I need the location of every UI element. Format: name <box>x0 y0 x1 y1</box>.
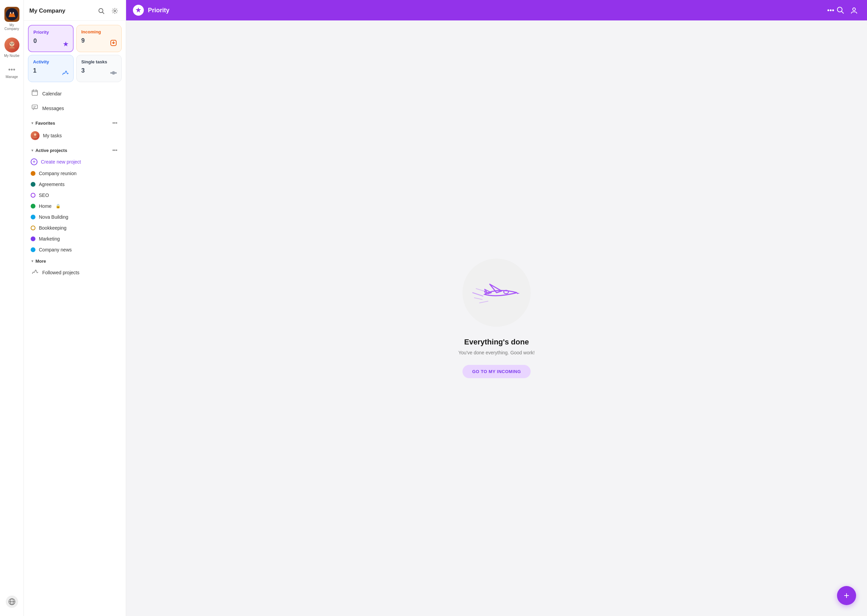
active-projects-chevron-icon: ▼ <box>31 149 34 152</box>
my-tasks-avatar <box>31 131 39 140</box>
home-lock-icon: 🔒 <box>55 204 61 209</box>
sidebar-search-button[interactable] <box>96 5 107 16</box>
header-user-icon <box>850 6 858 14</box>
svg-point-23 <box>34 134 36 136</box>
svg-line-28 <box>473 293 483 296</box>
more-section-header[interactable]: ▼ More <box>28 255 122 265</box>
main-content: Priority ••• <box>126 0 867 616</box>
calendar-icon <box>31 89 39 98</box>
home-label: Home <box>39 203 52 209</box>
sidebar-item-my-tasks[interactable]: My tasks <box>28 129 122 143</box>
incoming-card[interactable]: Incoming 9 <box>76 25 122 52</box>
single-tasks-card-title: Single tasks <box>82 59 117 64</box>
airplane-illustration <box>469 269 524 316</box>
sidebar-item-agreements[interactable]: Agreements <box>28 179 122 190</box>
sidebar-content: Priority 0 ★ Incoming 9 Activity 1 <box>24 21 126 616</box>
manage-label: Manage <box>5 75 18 79</box>
main-header-more-button[interactable]: ••• <box>827 6 834 14</box>
main-header-title: Priority <box>148 7 825 14</box>
company-reunion-label: Company reunion <box>39 171 77 176</box>
fab-plus-icon: + <box>844 590 849 601</box>
sidebar-item-messages[interactable]: Messages <box>28 101 122 115</box>
manage-dots-icon: ••• <box>8 66 15 74</box>
sidebar-item-home[interactable]: Home 🔒 <box>28 201 122 212</box>
marketing-label: Marketing <box>39 236 60 242</box>
svg-point-27 <box>853 8 855 11</box>
home-dot-icon <box>31 204 35 209</box>
active-projects-section-label: Active projects <box>35 148 67 153</box>
header-search-icon <box>837 6 844 14</box>
followed-projects-icon <box>31 268 39 277</box>
agreements-dot-icon <box>31 182 35 187</box>
world-icon <box>8 598 16 605</box>
bookkeeping-dot-icon <box>31 226 35 230</box>
svg-point-2 <box>13 12 14 14</box>
icon-bar-nozbe[interactable]: My Nozbe <box>2 35 22 60</box>
quick-cards: Priority 0 ★ Incoming 9 Activity 1 <box>28 25 122 82</box>
svg-point-1 <box>10 12 11 14</box>
favorites-section-header[interactable]: ▼ Favorites ••• <box>28 115 122 129</box>
nova-building-label: Nova Building <box>39 214 68 220</box>
sidebar-header-icons <box>96 5 120 16</box>
svg-point-13 <box>112 71 115 75</box>
go-to-incoming-button[interactable]: GO TO MY INCOMING <box>463 365 530 378</box>
empty-state-subtitle: You've done everything. Good work! <box>458 350 535 355</box>
main-header-user-button[interactable] <box>848 4 860 16</box>
marketing-dot-icon <box>31 236 35 241</box>
svg-point-14 <box>110 72 112 74</box>
icon-bar-company[interactable]: My Company <box>2 4 22 33</box>
main-header-priority-icon <box>133 5 144 16</box>
svg-line-29 <box>474 298 482 300</box>
svg-line-10 <box>102 12 104 14</box>
calendar-label: Calendar <box>42 91 62 96</box>
single-tasks-card[interactable]: Single tasks 3 <box>76 55 122 82</box>
sidebar-item-seo[interactable]: SEO <box>28 190 122 201</box>
more-section-label: More <box>35 259 46 264</box>
company-news-dot-icon <box>31 247 35 252</box>
icon-bar-manage[interactable]: ••• Manage <box>2 63 22 82</box>
bookkeeping-label: Bookkeeping <box>39 225 66 231</box>
main-header-search-button[interactable] <box>834 4 847 16</box>
seo-label: SEO <box>39 193 49 198</box>
company-logo-icon <box>6 8 18 20</box>
messages-icon <box>31 104 39 112</box>
svg-point-4 <box>10 43 11 44</box>
sidebar-item-company-news[interactable]: Company news <box>28 244 122 255</box>
svg-line-30 <box>476 289 484 291</box>
svg-rect-16 <box>32 90 38 96</box>
world-icon-button[interactable] <box>6 596 18 608</box>
main-header: Priority ••• <box>126 0 867 20</box>
single-tasks-card-icon <box>110 69 117 79</box>
sidebar-header: My Company <box>24 0 126 21</box>
favorites-more-button[interactable]: ••• <box>111 119 119 127</box>
sidebar-item-marketing[interactable]: Marketing <box>28 233 122 244</box>
company-label: My Company <box>3 23 21 31</box>
activity-card[interactable]: Activity 1 <box>28 55 74 82</box>
priority-card-title: Priority <box>33 30 68 35</box>
svg-point-3 <box>9 42 14 46</box>
sidebar-item-calendar[interactable]: Calendar <box>28 86 122 101</box>
nova-building-dot-icon <box>31 215 35 219</box>
active-projects-more-button[interactable]: ••• <box>111 146 119 154</box>
svg-point-9 <box>99 8 103 13</box>
my-tasks-label: My tasks <box>43 133 62 138</box>
priority-card-icon: ★ <box>63 40 69 48</box>
sidebar-item-bookkeeping[interactable]: Bookkeeping <box>28 223 122 233</box>
activity-card-title: Activity <box>33 59 69 64</box>
svg-point-5 <box>12 43 13 44</box>
priority-card[interactable]: Priority 0 ★ <box>28 25 74 52</box>
sidebar-item-company-reunion[interactable]: Company reunion <box>28 168 122 179</box>
sidebar-item-followed-projects[interactable]: Followed projects <box>28 265 122 280</box>
seo-dot-icon <box>31 193 35 198</box>
svg-line-26 <box>842 11 843 13</box>
svg-point-11 <box>114 10 116 12</box>
sidebar-title: My Company <box>29 8 65 14</box>
icon-bar: My Company My Nozbe ••• Manage <box>0 0 24 616</box>
incoming-card-title: Incoming <box>82 29 117 35</box>
sidebar-settings-button[interactable] <box>109 5 120 16</box>
sidebar-item-nova-building[interactable]: Nova Building <box>28 212 122 223</box>
fab-add-button[interactable]: + <box>837 586 856 605</box>
active-projects-section-header[interactable]: ▼ Active projects ••• <box>28 143 122 156</box>
nozbe-avatar <box>5 38 19 52</box>
create-new-project-item[interactable]: + Create new project <box>28 156 122 168</box>
